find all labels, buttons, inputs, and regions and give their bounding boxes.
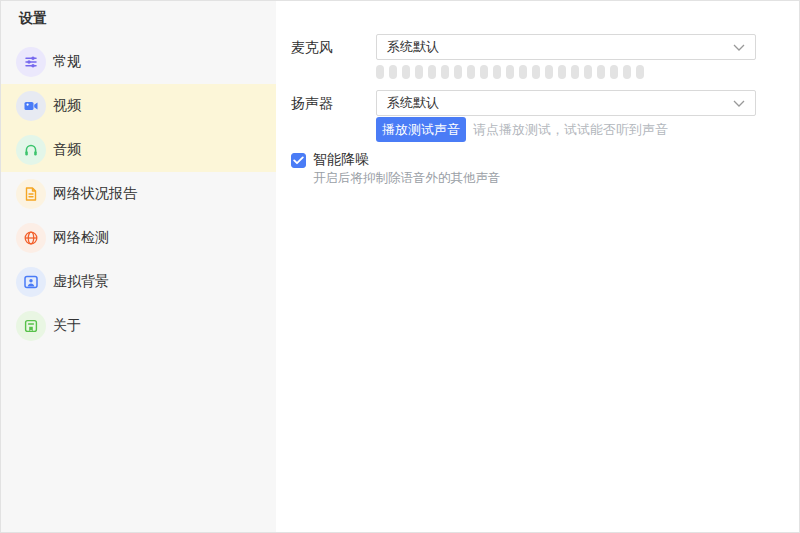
video-camera-icon	[16, 91, 46, 121]
level-meter-segment	[506, 65, 514, 79]
sidebar-item-network-test[interactable]: 网络检测	[1, 216, 276, 260]
sidebar-item-audio[interactable]: 音频	[1, 128, 276, 172]
sidebar-item-label: 网络状况报告	[53, 185, 137, 203]
level-meter-segment	[636, 65, 644, 79]
about-icon	[16, 311, 46, 341]
level-meter-segment	[402, 65, 410, 79]
microphone-select-value: 系统默认	[387, 38, 439, 56]
chevron-down-icon	[733, 100, 745, 107]
level-meter-segment	[415, 65, 423, 79]
level-meter-segment	[558, 65, 566, 79]
level-meter-segment	[610, 65, 618, 79]
level-meter-segment	[454, 65, 462, 79]
level-meter-segment	[571, 65, 579, 79]
sidebar-menu: 常规 视频 音频 网络状况报告	[1, 40, 276, 348]
noise-reduction-checkbox[interactable]	[291, 153, 306, 168]
sidebar-item-virtual-background[interactable]: 虚拟背景	[1, 260, 276, 304]
level-meter-segment	[545, 65, 553, 79]
level-meter-segment	[376, 65, 384, 79]
sidebar-item-label: 关于	[53, 317, 81, 335]
level-meter-segment	[623, 65, 631, 79]
test-sound-hint: 请点播放测试，试试能否听到声音	[473, 117, 668, 142]
level-meter-segment	[584, 65, 592, 79]
sidebar: 设置 常规 视频 音频	[1, 1, 276, 532]
level-meter-segment	[597, 65, 605, 79]
sidebar-item-label: 虚拟背景	[53, 273, 109, 291]
globe-icon	[16, 223, 46, 253]
level-meter-segment	[532, 65, 540, 79]
level-meter-segment	[493, 65, 501, 79]
speaker-label: 扬声器	[291, 90, 333, 116]
settings-dialog: 设置 常规 视频 音频	[0, 0, 800, 533]
report-document-icon	[16, 179, 46, 209]
virtual-background-icon	[16, 267, 46, 297]
level-meter-segment	[467, 65, 475, 79]
noise-reduction-row[interactable]: 智能降噪	[291, 151, 369, 169]
sidebar-item-label: 常规	[53, 53, 81, 71]
chevron-down-icon	[733, 44, 745, 51]
dialog-title: 设置	[1, 1, 276, 28]
headphones-icon	[16, 135, 46, 165]
sidebar-item-label: 视频	[53, 97, 81, 115]
sidebar-item-label: 音频	[53, 141, 81, 159]
play-test-sound-button[interactable]: 播放测试声音	[376, 117, 466, 142]
noise-reduction-hint: 开启后将抑制除语音外的其他声音	[313, 170, 501, 187]
speaker-select-value: 系统默认	[387, 94, 439, 112]
sidebar-item-video[interactable]: 视频	[1, 84, 276, 128]
sidebar-item-about[interactable]: 关于	[1, 304, 276, 348]
level-meter-segment	[519, 65, 527, 79]
sliders-icon	[16, 47, 46, 77]
level-meter-segment	[389, 65, 397, 79]
noise-reduction-label[interactable]: 智能降噪	[313, 151, 369, 169]
microphone-select[interactable]: 系统默认	[376, 34, 756, 60]
sidebar-item-network-report[interactable]: 网络状况报告	[1, 172, 276, 216]
audio-settings-panel: 麦克风 系统默认 扬声器 系统默认 播放测试声音 请点播放测试，试试能否听到声音…	[276, 1, 799, 532]
level-meter-segment	[480, 65, 488, 79]
sidebar-item-general[interactable]: 常规	[1, 40, 276, 84]
checkmark-icon	[293, 156, 304, 165]
level-meter	[376, 65, 644, 79]
level-meter-segment	[428, 65, 436, 79]
microphone-label: 麦克风	[291, 34, 333, 60]
level-meter-segment	[441, 65, 449, 79]
sidebar-item-label: 网络检测	[53, 229, 109, 247]
speaker-select[interactable]: 系统默认	[376, 90, 756, 116]
